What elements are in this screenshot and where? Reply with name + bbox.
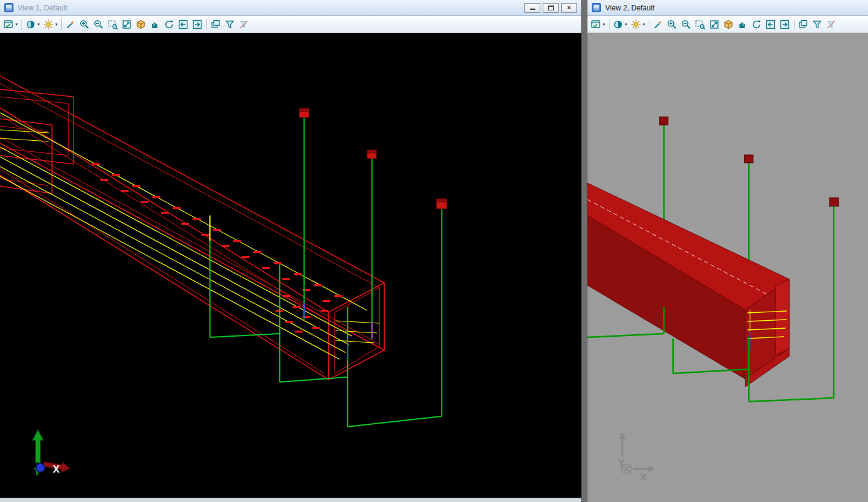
view-attributes-icon: [3, 19, 14, 30]
rod-clamp: [436, 199, 447, 209]
view1-viewport[interactable]: Y X: [0, 33, 581, 498]
view-attributes-button[interactable]: ▼: [589, 17, 607, 32]
fit-view-button[interactable]: [708, 17, 722, 32]
rod-clamp: [744, 155, 753, 163]
fit-view-button[interactable]: [120, 17, 134, 32]
clip-mask-icon: [238, 19, 249, 30]
rod-clamp: [660, 117, 668, 125]
chevron-down-icon: ▼: [642, 23, 646, 26]
x-axis-label: X: [53, 464, 60, 475]
display-mode-button[interactable]: ▼: [24, 17, 42, 32]
acs-triad: Y X: [32, 430, 71, 478]
brightness-button[interactable]: ▼: [629, 17, 647, 32]
duct-solid: [587, 183, 789, 387]
view1-window: View 1, Default × ▼ ▼ ▼: [0, 0, 582, 502]
toolbar-separator: [649, 19, 649, 30]
view-window-icon: [592, 3, 601, 12]
chevron-down-icon: ▼: [15, 23, 18, 26]
toolbar-separator: [206, 19, 207, 30]
brightness-button[interactable]: ▼: [42, 17, 59, 32]
view-attributes-button[interactable]: ▼: [2, 17, 20, 32]
view1-scene: Y X: [0, 33, 581, 498]
copy-view-button[interactable]: [796, 17, 810, 32]
pan-view-button[interactable]: [148, 17, 162, 32]
chevron-down-icon: ▼: [624, 23, 628, 26]
maximize-icon: [548, 6, 554, 10]
clip-volume-icon: [224, 19, 235, 30]
zoom-out-icon: [681, 19, 692, 30]
view-previous-button[interactable]: [176, 17, 191, 32]
chevron-down-icon: ▼: [37, 23, 40, 26]
zoom-in-button[interactable]: [78, 17, 92, 32]
chevron-down-icon: ▼: [602, 23, 606, 26]
duct-wireframe: [0, 76, 384, 380]
view-next-button[interactable]: [191, 17, 205, 32]
view-next-icon: [779, 19, 790, 30]
update-view-icon: [652, 19, 663, 30]
copy-view-icon: [798, 19, 809, 30]
view-previous-icon: [765, 19, 776, 30]
close-button[interactable]: ×: [561, 3, 577, 13]
clip-volume-button[interactable]: [223, 17, 237, 32]
maximize-button[interactable]: [543, 3, 559, 13]
rotate-view-icon: [135, 19, 146, 30]
fit-view-icon: [121, 19, 132, 30]
window-area-button[interactable]: [693, 17, 708, 32]
brightness-icon: [630, 19, 641, 30]
pan-view-button[interactable]: [736, 17, 750, 32]
window-controls: ×: [524, 3, 577, 13]
rotate-view-button[interactable]: [722, 17, 736, 32]
window-area-icon: [107, 19, 118, 30]
view-previous-button[interactable]: [764, 17, 778, 32]
z-axis-dot: [36, 463, 45, 472]
view2-viewport[interactable]: Y X: [587, 33, 868, 502]
y-axis-label: Y: [617, 458, 625, 469]
toolbar-separator: [21, 19, 22, 30]
fit-view-icon: [709, 19, 720, 30]
clip-mask-button[interactable]: [237, 17, 251, 32]
window-area-button[interactable]: [106, 17, 120, 32]
zoom-out-icon: [93, 19, 104, 30]
rotate-view-button[interactable]: [134, 17, 148, 32]
view-rotation-button[interactable]: [162, 17, 176, 32]
toolbar-separator: [794, 19, 794, 30]
copy-view-button[interactable]: [209, 17, 223, 32]
rod-clamp: [367, 150, 376, 159]
view-rotation-icon: [751, 19, 762, 30]
window-divider: [582, 0, 587, 502]
close-icon: ×: [567, 4, 571, 11]
clip-mask-button[interactable]: [825, 17, 839, 32]
zoom-out-button[interactable]: [92, 17, 106, 32]
x-axis-label: X: [640, 472, 647, 482]
view2-titlebar[interactable]: View 2, Default: [587, 0, 868, 16]
view-next-button[interactable]: [778, 17, 792, 32]
view-rotation-button[interactable]: [750, 17, 764, 32]
update-view-button[interactable]: [651, 17, 665, 32]
display-mode-button[interactable]: ▼: [611, 17, 629, 32]
zoom-in-icon: [666, 19, 677, 30]
zoom-in-icon: [79, 19, 90, 30]
view-attributes-icon: [591, 19, 602, 30]
view-window-icon: [4, 3, 13, 12]
pan-view-icon: [149, 19, 160, 30]
zoom-in-button[interactable]: [665, 17, 679, 32]
duct-inner-wall: [776, 280, 789, 355]
display-mode-icon: [25, 19, 36, 30]
y-axis-arrow: [32, 430, 43, 463]
view2-toolbar: ▼ ▼ ▼: [587, 16, 868, 33]
minimize-button[interactable]: [524, 3, 540, 13]
clip-volume-button[interactable]: [810, 17, 825, 32]
view2-window: View 2, Default ▼ ▼ ▼: [587, 0, 868, 502]
clip-volume-icon: [812, 19, 823, 30]
view1-title: View 1, Default: [18, 4, 67, 12]
rotate-view-icon: [723, 19, 734, 30]
view1-titlebar[interactable]: View 1, Default ×: [0, 0, 581, 16]
update-view-button[interactable]: [64, 17, 78, 32]
zoom-out-button[interactable]: [679, 17, 693, 32]
acs-watermark: Y X: [617, 432, 655, 482]
minimize-icon: [530, 6, 535, 10]
update-view-icon: [65, 19, 76, 30]
window-area-icon: [695, 19, 706, 30]
brightness-icon: [43, 19, 54, 30]
cable-lines: [0, 113, 379, 359]
